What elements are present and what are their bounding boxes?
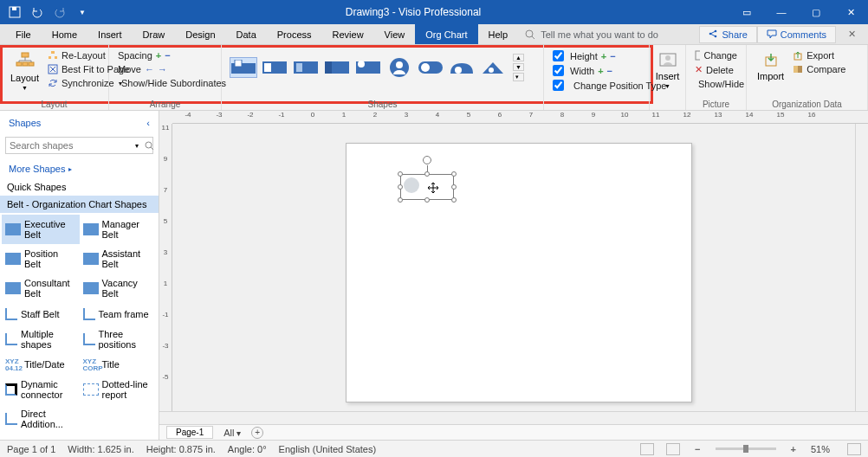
show-hide-subordinates-button[interactable]: Show/Hide Subordinates (114, 76, 216, 90)
presentation-view-icon[interactable] (640, 443, 654, 455)
spacing-button[interactable]: Spacing + − (114, 48, 216, 62)
redo-icon[interactable] (52, 4, 68, 20)
layout-button[interactable]: Layout ▼ (5, 48, 44, 94)
resize-handle-w[interactable] (398, 184, 403, 190)
zoom-value[interactable]: 51% (811, 444, 830, 454)
export-button[interactable]: Export (789, 48, 849, 62)
selected-shape[interactable] (400, 174, 454, 200)
resize-handle-ne[interactable] (451, 171, 457, 177)
change-position-type-button[interactable]: Change Position Type (549, 78, 644, 93)
shape-team-frame[interactable]: Team frame (80, 304, 158, 325)
resize-handle-nw[interactable] (398, 171, 403, 177)
tab-org-chart[interactable]: Org Chart (415, 24, 477, 44)
close-icon[interactable]: ✕ (833, 0, 868, 24)
width-control[interactable]: Width + − (549, 63, 644, 78)
gallery-up-icon[interactable]: ▲ (513, 54, 524, 61)
shape-style-4[interactable] (324, 58, 350, 77)
comments-button[interactable]: Comments (757, 26, 836, 43)
tell-me-search[interactable]: Tell me what you want to do (518, 24, 665, 44)
shape-style-1[interactable] (230, 58, 256, 77)
ribbon-display-icon[interactable]: ▭ (729, 7, 764, 18)
page-background[interactable] (346, 143, 692, 402)
fit-window-icon[interactable] (847, 443, 861, 455)
save-icon[interactable] (7, 4, 23, 20)
shape-assistant-belt[interactable]: Assistant Belt (80, 244, 158, 274)
all-pages-dropdown[interactable]: All ▾ (218, 428, 246, 438)
minimize-icon[interactable]: — (764, 0, 799, 24)
tab-draw[interactable]: Draw (133, 24, 176, 44)
shape-position-belt[interactable]: Position Belt (2, 244, 80, 274)
search-icon[interactable] (141, 141, 158, 151)
shape-style-6[interactable] (386, 58, 412, 77)
zoom-out-button[interactable]: − (692, 444, 703, 454)
shape-vacancy-belt[interactable]: Vacancy Belt (80, 274, 158, 303)
tab-help[interactable]: Help (478, 24, 519, 44)
height-control[interactable]: Height + − (549, 48, 644, 63)
tab-design[interactable]: Design (175, 24, 225, 44)
more-shapes-link[interactable]: More Shapes ▸ (0, 159, 159, 178)
share-button[interactable]: Share (699, 26, 756, 43)
resize-handle-se[interactable] (451, 197, 457, 203)
shape-style-9[interactable] (480, 58, 506, 77)
shape-consultant-belt[interactable]: Consultant Belt (2, 274, 80, 303)
resize-handle-n[interactable] (424, 171, 430, 177)
shape-title-date[interactable]: XYZ04.12Title/Date (2, 354, 80, 375)
tab-insert[interactable]: Insert (87, 24, 133, 44)
width-checkbox[interactable] (553, 65, 564, 76)
rotation-handle[interactable] (423, 156, 431, 164)
fit-page-view-icon[interactable] (666, 443, 680, 455)
gallery-more-icon[interactable]: ▾ (513, 73, 524, 81)
shape-style-8[interactable] (449, 58, 475, 77)
resize-handle-s[interactable] (424, 197, 430, 203)
import-button[interactable]: Import (752, 48, 789, 85)
shape-dynamic-connector[interactable]: Dynamic connector (2, 375, 80, 404)
qat-more-icon[interactable]: ▼ (74, 4, 90, 20)
vertical-scrollbar[interactable] (855, 124, 868, 411)
cpt-checkbox[interactable] (553, 80, 564, 91)
shape-three-positions[interactable]: Three positions (80, 325, 158, 354)
shape-dotted-line-report[interactable]: Dotted-line report (80, 375, 158, 404)
delete-picture-button[interactable]: ✕Delete (691, 62, 741, 77)
shape-multiple-shapes[interactable]: Multiple shapes (2, 325, 80, 354)
tab-review[interactable]: Review (322, 24, 374, 44)
shape-style-2[interactable] (262, 58, 288, 77)
shape-title[interactable]: XYZCORPTitle (80, 354, 158, 375)
zoom-in-button[interactable]: + (788, 444, 799, 454)
shape-style-3[interactable] (293, 58, 319, 77)
change-picture-button[interactable]: Change (691, 48, 741, 62)
compare-button[interactable]: Compare (789, 62, 849, 76)
gallery-down-icon[interactable]: ▼ (513, 63, 524, 71)
tab-view[interactable]: View (374, 24, 416, 44)
status-language[interactable]: English (United States) (279, 444, 377, 454)
shapes-search-input[interactable] (6, 138, 133, 152)
quick-shapes-category[interactable]: Quick Shapes (0, 178, 159, 196)
undo-icon[interactable] (29, 4, 45, 20)
add-page-button[interactable]: + (251, 427, 263, 439)
shape-style-7[interactable] (418, 58, 444, 77)
maximize-icon[interactable]: ▢ (799, 0, 833, 24)
shape-manager-belt[interactable]: Manager Belt (80, 215, 158, 244)
tab-data[interactable]: Data (226, 24, 267, 44)
search-dropdown-icon[interactable]: ▾ (133, 142, 141, 150)
drawing-canvas[interactable] (172, 124, 855, 411)
insert-picture-button[interactable]: Insert ▼ (655, 48, 680, 93)
height-checkbox[interactable] (553, 50, 564, 61)
resize-handle-e[interactable] (451, 184, 457, 190)
tab-process[interactable]: Process (267, 24, 322, 44)
horizontal-scrollbar[interactable] (159, 411, 868, 424)
tab-home[interactable]: Home (42, 24, 87, 44)
shape-staff-belt[interactable]: Staff Belt (2, 304, 80, 325)
page-tab-1[interactable]: Page-1 (166, 426, 213, 439)
shapes-search[interactable]: ▾ (5, 137, 153, 154)
collapse-ribbon-button[interactable]: ✕ (836, 24, 868, 44)
shape-direct-addition[interactable]: Direct Addition... (2, 404, 80, 434)
move-button[interactable]: Move ← → (114, 62, 216, 76)
zoom-slider[interactable] (716, 447, 776, 450)
resize-handle-sw[interactable] (398, 197, 403, 203)
shape-style-5[interactable] (355, 58, 381, 77)
shape-executive-belt[interactable]: Executive Belt (2, 215, 80, 244)
belt-org-chart-category[interactable]: Belt - Organization Chart Shapes (0, 196, 159, 213)
collapse-shapes-icon[interactable]: ‹ (146, 118, 150, 128)
tab-file[interactable]: File (5, 24, 42, 44)
showhide-picture-button[interactable]: Show/Hide (691, 77, 741, 91)
